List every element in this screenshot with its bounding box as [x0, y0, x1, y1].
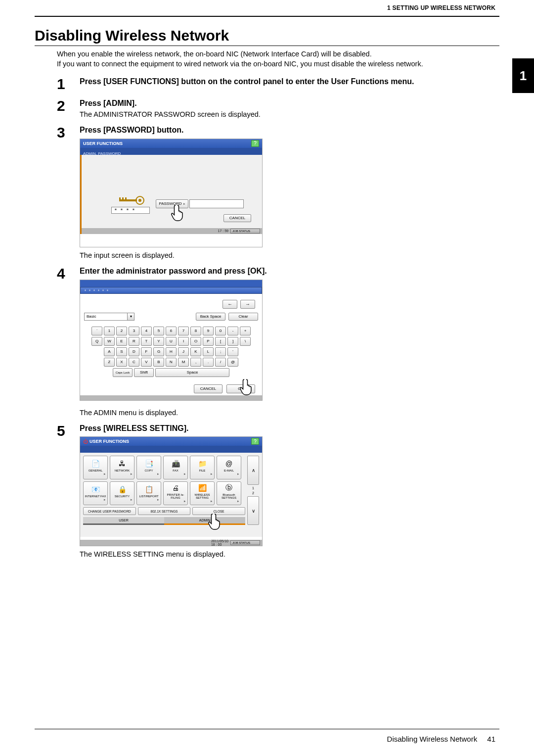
step-number: 3 [57, 125, 71, 259]
kb-topbar [80, 280, 262, 287]
admin-tile[interactable]: @E-MAIL▸ [217, 456, 241, 479]
admin-tile[interactable]: 📑COPY▸ [136, 456, 161, 479]
pointer-hand-icon [208, 512, 224, 533]
kb-key[interactable]: @ [227, 358, 238, 367]
step-heading: Press [USER FUNCTIONS] button on the con… [80, 77, 459, 87]
kb-key[interactable]: X [116, 358, 127, 367]
tile-label: LIST/REPORT [139, 495, 158, 498]
help-icon[interactable]: ? [251, 438, 259, 445]
admin-tile[interactable]: 📧INTERNET FAX▸ [83, 481, 108, 505]
key-icon [116, 194, 146, 208]
kb-key[interactable]: P [203, 337, 214, 346]
kb-key[interactable]: 3 [129, 327, 139, 335]
space-key[interactable]: Space [155, 368, 229, 377]
kb-key[interactable]: B [153, 358, 164, 367]
kb-key[interactable]: ` [91, 327, 102, 335]
scroll-down-button[interactable]: ∨ [247, 496, 259, 525]
admin-tile[interactable]: 🖧NETWORK▸ [110, 456, 134, 479]
admin-tile[interactable]: 📠FAX▸ [163, 456, 188, 479]
kb-key[interactable]: C [129, 358, 139, 367]
kb-key[interactable]: M [178, 358, 189, 367]
capslock-key[interactable]: Caps Lock [113, 368, 133, 377]
kb-key[interactable]: A [104, 347, 115, 356]
kb-key[interactable]: 5 [153, 327, 164, 335]
kb-key[interactable]: ' [227, 347, 238, 356]
jobstatus-button[interactable]: JOB STATUS [230, 229, 260, 234]
kb-cancel-button[interactable]: CANCEL [194, 384, 222, 393]
kb-key[interactable]: J [178, 347, 189, 356]
kb-key[interactable]: 0 [215, 327, 226, 335]
chevron-down-icon[interactable]: ▾ [128, 313, 134, 321]
admin-tile[interactable]: 📁FILE▸ [190, 456, 215, 479]
shift-key[interactable]: Shift [134, 368, 154, 377]
kb-key[interactable]: 1 [104, 327, 115, 335]
kb-key[interactable]: L [203, 347, 214, 356]
kb-key[interactable]: Z [104, 358, 115, 367]
kb-key[interactable]: S [116, 347, 127, 356]
kb-mode-select[interactable]: Basic [84, 313, 128, 321]
admin-tile[interactable]: 🖨PRINTER /e-FILING▸ [163, 481, 188, 505]
kb-key[interactable]: N [166, 358, 177, 367]
admin-tile[interactable]: 🔒SECURITY▸ [110, 481, 134, 505]
tile-label: NETWORK [115, 469, 130, 472]
kb-key[interactable]: F [141, 347, 152, 356]
chevron-right-icon: ▸ [184, 499, 186, 503]
kb-key[interactable]: ] [227, 337, 238, 346]
password-input[interactable] [189, 199, 244, 208]
kb-key[interactable]: \ [240, 337, 251, 346]
scroll-up-button[interactable]: ∧ [247, 456, 259, 485]
admin-tile[interactable]: 📄GENERAL▸ [83, 456, 108, 479]
kb-key[interactable]: I [178, 337, 189, 346]
kb-key[interactable]: 9 [203, 327, 214, 335]
tile-icon: 📧 [90, 485, 101, 494]
kb-key[interactable]: T [141, 337, 152, 346]
kb-key[interactable]: Y [153, 337, 164, 346]
footer: Disabling Wireless Network 41 [387, 735, 495, 743]
tab-admin[interactable]: ADMIN [164, 517, 245, 525]
kb-key[interactable]: + [240, 327, 251, 335]
8021x-settings-button[interactable]: 802.1X SETTINGS [138, 507, 191, 515]
cancel-button[interactable]: CANCEL [223, 214, 251, 222]
backspace-button[interactable]: Back Space [196, 313, 225, 321]
kb-key[interactable]: 6 [166, 327, 177, 335]
kb-key[interactable]: 7 [178, 327, 189, 335]
kb-key[interactable]: 4 [141, 327, 152, 335]
admin-tile[interactable]: 📋LIST/REPORT▸ [136, 481, 161, 505]
kb-key[interactable]: K [190, 347, 201, 356]
admin-tile[interactable]: 📶WIRELESS SETTING▸ [190, 481, 215, 505]
admin-tile[interactable]: ⓑBluetooth SETTINGS▸ [217, 481, 241, 505]
cursor-right-button[interactable]: → [240, 300, 255, 309]
clear-button[interactable]: Clear [228, 313, 258, 321]
footer-bar: 17 : 59 JOB STATUS [82, 228, 262, 234]
kb-key[interactable]: Q [91, 337, 102, 346]
kb-key[interactable]: 2 [116, 327, 127, 335]
tab-user[interactable]: USER [83, 517, 164, 525]
kb-key[interactable]: H [166, 347, 177, 356]
kb-key[interactable]: O [190, 337, 201, 346]
tile-icon: 🖨 [170, 483, 181, 492]
kb-key[interactable]: R [129, 337, 139, 346]
kb-key[interactable]: W [104, 337, 115, 346]
kb-key[interactable]: [ [215, 337, 226, 346]
jobstatus-button[interactable]: JOB STATUS [230, 540, 260, 545]
kb-key[interactable]: E [116, 337, 127, 346]
kb-input-masked[interactable]: ＊＊＊＊＊＊ [80, 287, 262, 294]
kb-key[interactable]: 8 [190, 327, 201, 335]
kb-key[interactable]: - [227, 327, 238, 335]
cursor-left-button[interactable]: ← [222, 300, 237, 309]
kb-key[interactable]: ; [215, 347, 226, 356]
kb-key[interactable]: G [153, 347, 164, 356]
kb-key[interactable]: / [215, 358, 226, 367]
kb-key[interactable]: U [166, 337, 177, 346]
help-icon[interactable]: ? [251, 140, 259, 147]
chevron-right-icon: ▸ [237, 472, 239, 476]
svg-rect-2 [119, 199, 137, 201]
kb-key[interactable]: V [141, 358, 152, 367]
power-icon: ⏻ [83, 439, 88, 444]
kb-key[interactable]: . [203, 358, 214, 367]
change-user-password-button[interactable]: CHANGE USER PASSWORD [83, 507, 136, 515]
screenshot-keyboard: ＊＊＊＊＊＊ ← → Basic ▾ Back Space Clear `123… [80, 280, 263, 401]
page-1-indicator: 1 [247, 486, 259, 490]
kb-key[interactable]: , [190, 358, 201, 367]
kb-key[interactable]: D [129, 347, 139, 356]
